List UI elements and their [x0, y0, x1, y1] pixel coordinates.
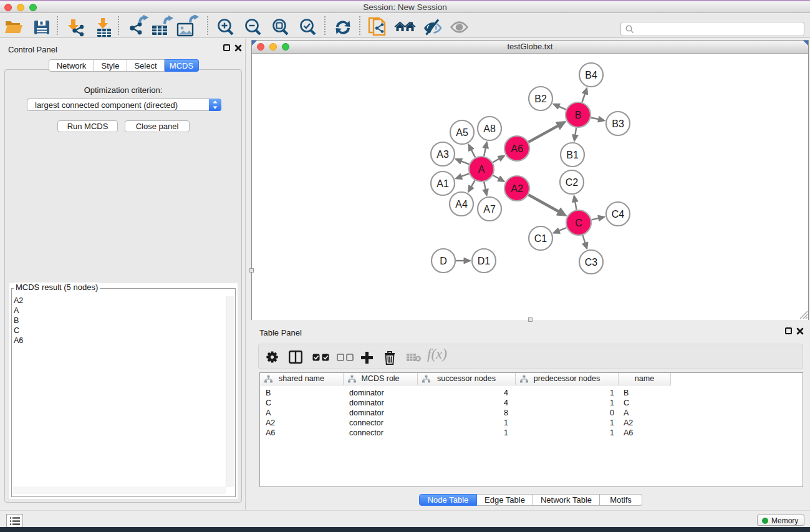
svg-text:C4: C4	[612, 209, 625, 220]
svg-text:B3: B3	[612, 118, 624, 129]
svg-text:C3: C3	[585, 257, 598, 268]
svg-text:A4: A4	[455, 199, 468, 210]
svg-text:B1: B1	[566, 150, 579, 160]
svg-text:A1: A1	[436, 178, 449, 189]
svg-text:B4: B4	[585, 70, 597, 80]
svg-text:D1: D1	[478, 256, 491, 266]
svg-text:B: B	[575, 110, 582, 120]
svg-text:A5: A5	[456, 127, 468, 138]
svg-text:C: C	[575, 218, 582, 228]
svg-text:C2: C2	[566, 177, 579, 188]
svg-text:A7: A7	[483, 204, 496, 215]
svg-text:A2: A2	[511, 183, 523, 194]
svg-text:A8: A8	[483, 123, 496, 134]
svg-text:D: D	[440, 256, 447, 266]
svg-text:B2: B2	[534, 94, 547, 104]
svg-text:A6: A6	[511, 143, 523, 154]
svg-text:C1: C1	[534, 233, 547, 244]
svg-text:A3: A3	[436, 149, 449, 160]
svg-text:A: A	[478, 164, 485, 175]
